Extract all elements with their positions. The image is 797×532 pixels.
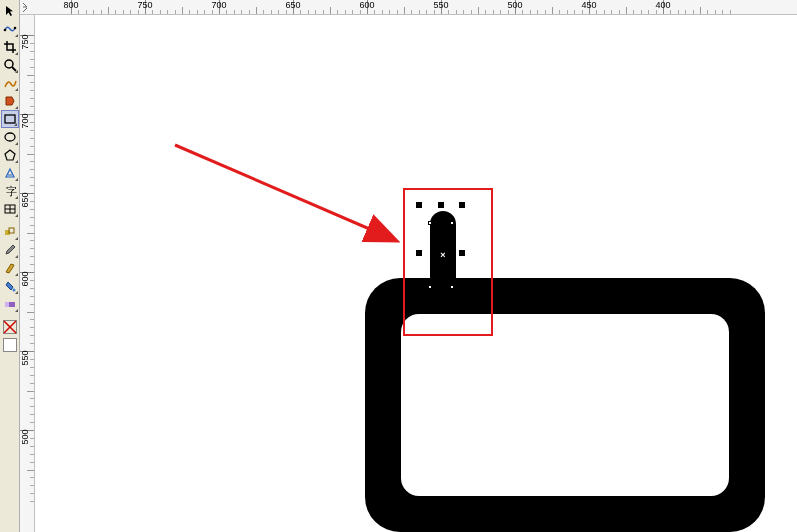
table-tool[interactable] xyxy=(1,200,19,218)
fill-color-swatch[interactable] xyxy=(3,338,17,352)
ruler-v-label: 500 xyxy=(20,427,30,447)
zoom-tool[interactable] xyxy=(1,56,19,74)
selection-handle[interactable] xyxy=(416,300,422,306)
fill-tool[interactable] xyxy=(1,277,19,295)
selection-handle[interactable] xyxy=(416,202,422,208)
ruler-h-label: 500 xyxy=(507,0,522,10)
no-fill-swatch[interactable] xyxy=(3,320,17,334)
ruler-h-label: 750 xyxy=(137,0,152,10)
polygon-tool[interactable] xyxy=(1,146,19,164)
ruler-h-label: 550 xyxy=(433,0,448,10)
ruler-h-label: 400 xyxy=(655,0,670,10)
ruler-horizontal[interactable]: 800750700650600550500450400 xyxy=(27,0,797,15)
ruler-vertical[interactable]: 750700650600550500 xyxy=(20,15,35,532)
shape-tool[interactable] xyxy=(1,20,19,38)
basic-shapes-tool[interactable] xyxy=(1,164,19,182)
svg-marker-6 xyxy=(5,150,15,160)
smart-fill-tool[interactable] xyxy=(1,92,19,110)
selection-handle[interactable] xyxy=(459,202,465,208)
corner-radius-node[interactable] xyxy=(428,221,432,225)
selection-handle[interactable] xyxy=(438,202,444,208)
svg-point-5 xyxy=(5,133,15,141)
selection-handle[interactable] xyxy=(416,250,422,256)
interactive-fill-tool[interactable] xyxy=(1,295,19,313)
svg-line-21 xyxy=(175,145,395,240)
ruler-h-label: 450 xyxy=(581,0,596,10)
corner-radius-node[interactable] xyxy=(450,221,454,225)
blend-tool[interactable] xyxy=(1,223,19,241)
selection-handle[interactable] xyxy=(459,300,465,306)
corner-radius-node[interactable] xyxy=(428,285,432,289)
ruler-h-label: 700 xyxy=(211,0,226,10)
crop-tool[interactable] xyxy=(1,38,19,56)
eyedropper-tool[interactable] xyxy=(1,241,19,259)
svg-rect-4 xyxy=(5,115,15,123)
ruler-v-label: 550 xyxy=(20,348,30,368)
ruler-h-label: 650 xyxy=(285,0,300,10)
ruler-v-label: 700 xyxy=(20,111,30,131)
text-tool[interactable]: 字 xyxy=(1,182,19,200)
rectangle-tool[interactable] xyxy=(1,110,19,128)
ruler-v-label: 600 xyxy=(20,269,30,289)
outline-tool[interactable] xyxy=(1,259,19,277)
svg-point-2 xyxy=(5,60,13,68)
pick-tool[interactable] xyxy=(1,2,19,20)
rectangle-frame-object[interactable] xyxy=(365,278,765,532)
selection-handle[interactable] xyxy=(438,300,444,306)
ruler-v-label: 750 xyxy=(20,32,30,52)
svg-point-0 xyxy=(4,29,7,32)
object-center-marker: × xyxy=(440,250,445,260)
ruler-h-label: 800 xyxy=(63,0,78,10)
ruler-v-label: 650 xyxy=(20,190,30,210)
canvas[interactable]: × xyxy=(35,15,797,532)
svg-rect-15 xyxy=(5,302,9,307)
svg-point-1 xyxy=(14,27,17,30)
ellipse-tool[interactable] xyxy=(1,128,19,146)
selection-handle[interactable] xyxy=(459,250,465,256)
corner-radius-node[interactable] xyxy=(450,285,454,289)
toolbox: 字 xyxy=(0,0,20,532)
freehand-tool[interactable] xyxy=(1,74,19,92)
ruler-h-label: 600 xyxy=(359,0,374,10)
